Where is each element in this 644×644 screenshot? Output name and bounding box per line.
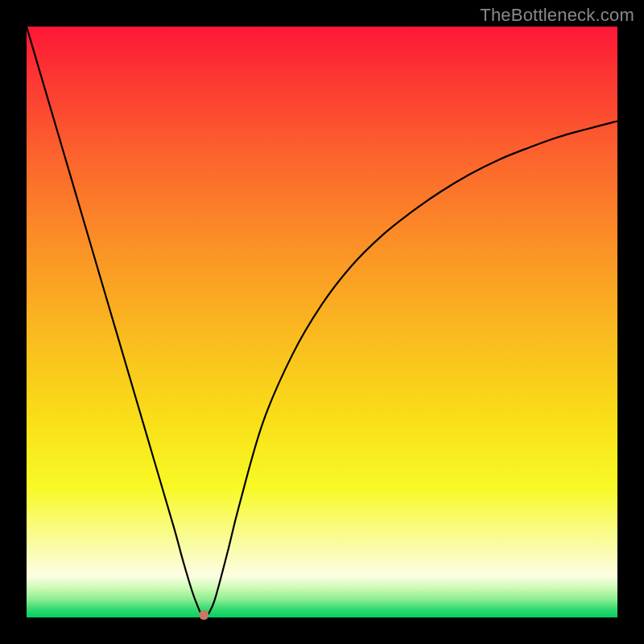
minimum-marker (199, 610, 208, 620)
bottleneck-curve (27, 27, 617, 617)
watermark-text: TheBottleneck.com (480, 5, 634, 26)
chart-frame: TheBottleneck.com (0, 0, 644, 644)
plot-area (27, 27, 617, 617)
curve-svg (27, 27, 617, 617)
